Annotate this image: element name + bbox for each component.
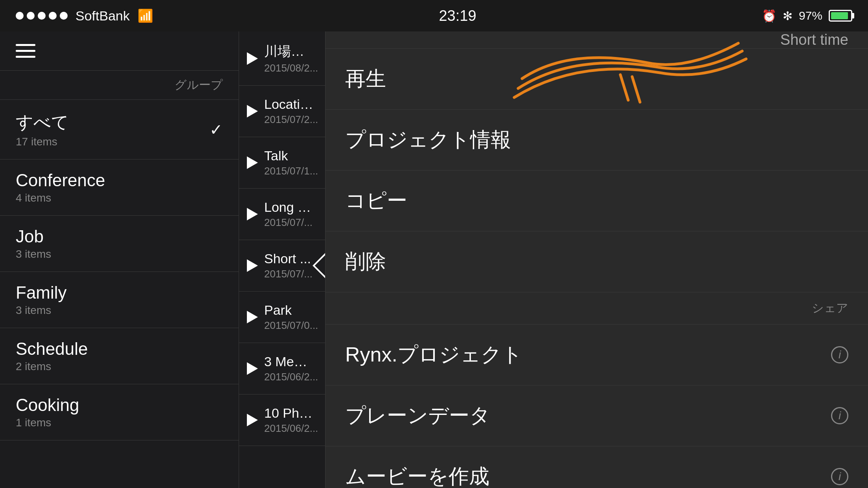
sidebar-list: すべて 17 items ✓ Conference 4 items Job 3 … (0, 100, 239, 488)
middle-item-4-info: Short ... 2015/07/... (264, 251, 313, 280)
middle-item-4-name: Short ... (264, 251, 313, 266)
middle-item-7-name: 10 Pho... (264, 405, 315, 421)
play-icon-1 (247, 105, 258, 117)
middle-item-7-info: 10 Pho... 2015/06/2... (264, 405, 318, 435)
sidebar-item-job[interactable]: Job 3 items (0, 216, 239, 272)
play-icon-4 (247, 259, 258, 272)
middle-item-5-name: Park (264, 303, 315, 318)
middle-item-7[interactable]: 10 Pho... 2015/06/2... (239, 394, 325, 446)
selected-checkmark: ✓ (210, 121, 223, 139)
middle-item-6[interactable]: 3 Mem... 2015/06/2... (239, 343, 325, 394)
play-icon-7 (247, 414, 258, 426)
middle-item-1-date: 2015/07/2... (264, 114, 318, 126)
play-icon-0 (247, 52, 258, 65)
context-menu-delete[interactable]: 削除 (326, 231, 868, 292)
middle-item-2[interactable]: Talk 2015/07/1... (239, 137, 325, 189)
share-plain-data-info-icon[interactable]: i (831, 407, 848, 424)
sidebar-item-cooking[interactable]: Cooking 1 items (0, 384, 239, 440)
share-plain-data-label: プレーンデータ (345, 402, 490, 429)
middle-item-6-name: 3 Mem... (264, 354, 315, 369)
share-rynx-label: Rynx.プロジェクト (345, 341, 522, 369)
share-create-movie-label: ムービーを作成 (345, 463, 489, 488)
play-icon-6 (247, 362, 258, 375)
sidebar-item-job-name: Job (16, 227, 51, 246)
sidebar-item-schedule[interactable]: Schedule 2 items (0, 328, 239, 384)
sidebar-item-conference[interactable]: Conference 4 items (0, 160, 239, 216)
middle-item-5-info: Park 2015/07/0... (264, 303, 318, 332)
middle-item-7-date: 2015/06/2... (264, 422, 318, 435)
middle-item-1-info: Locatio... 2015/07/2... (264, 97, 318, 126)
hamburger-line-3 (16, 56, 35, 58)
diamond-indicator (313, 252, 326, 279)
context-menu-copy[interactable]: コピー (326, 171, 868, 231)
middle-item-2-date: 2015/07/1... (264, 165, 318, 177)
middle-item-0-info: 川場村... 2015/08/2... (264, 42, 318, 74)
middle-item-2-name: Talk (264, 148, 315, 163)
right-header-title: Short time (780, 31, 848, 48)
sidebar-item-conference-name: Conference (16, 171, 105, 190)
middle-item-3-date: 2015/07/... (264, 216, 315, 229)
sidebar-item-family[interactable]: Family 3 items (0, 272, 239, 328)
sidebar-item-schedule-name: Schedule (16, 339, 88, 359)
middle-item-3-name: Long 2... (264, 200, 315, 215)
play-icon-2 (247, 156, 258, 169)
middle-item-4-date: 2015/07/... (264, 268, 313, 280)
sidebar-item-all-count: 17 items (16, 136, 69, 148)
middle-item-1-name: Locatio... (264, 97, 315, 112)
middle-item-3[interactable]: Long 2... 2015/07/... (239, 189, 325, 240)
sidebar-item-conference-info: Conference 4 items (16, 171, 105, 204)
sidebar-item-schedule-count: 2 items (16, 360, 88, 373)
sidebar-item-family-name: Family (16, 283, 67, 303)
left-header (0, 31, 239, 71)
share-section-label: シェア (326, 292, 868, 325)
sidebar-item-family-info: Family 3 items (16, 283, 67, 317)
status-bar: SoftBank 📶 23:19 ⏰ ✻ 97% (0, 0, 868, 31)
context-menu-project-info[interactable]: プロジェクト情報 (326, 110, 868, 171)
middle-item-5[interactable]: Park 2015/07/0... (239, 292, 325, 343)
dot-5 (60, 12, 68, 20)
middle-item-1[interactable]: Locatio... 2015/07/2... (239, 86, 325, 137)
share-create-movie[interactable]: ムービーを作成 i (326, 446, 868, 488)
right-header: Short time (326, 31, 868, 49)
middle-panel: 川場村... 2015/08/2... Locatio... 2015/07/2… (239, 31, 326, 488)
signal-dots (16, 12, 68, 20)
middle-item-0[interactable]: 川場村... 2015/08/2... (239, 31, 325, 86)
group-label: グループ (0, 71, 239, 100)
hamburger-line-2 (16, 50, 35, 52)
play-icon-5 (247, 311, 258, 323)
hamburger-menu[interactable] (16, 44, 35, 58)
middle-item-0-name: 川場村... (264, 42, 315, 61)
middle-item-2-info: Talk 2015/07/1... (264, 148, 318, 177)
sidebar-item-cooking-name: Cooking (16, 395, 79, 415)
sidebar-item-family-count: 3 items (16, 304, 67, 317)
share-rynx[interactable]: Rynx.プロジェクト i (326, 325, 868, 385)
right-panel: Short time 再生 プロジェクト情報 コピー 削除 シェア Rynx.プ… (326, 31, 868, 488)
sidebar-item-cooking-count: 1 items (16, 416, 79, 429)
context-menu-delete-label: 削除 (345, 248, 386, 275)
sidebar-item-all[interactable]: すべて 17 items ✓ (0, 100, 239, 160)
context-menu-project-info-label: プロジェクト情報 (345, 126, 511, 154)
middle-item-4[interactable]: Short ... 2015/07/... (239, 240, 325, 292)
dot-1 (16, 12, 24, 20)
alarm-icon: ⏰ (762, 9, 776, 23)
context-menu-play-label: 再生 (345, 65, 386, 93)
battery-percent: 97% (799, 9, 822, 22)
share-plain-data[interactable]: プレーンデータ i (326, 385, 868, 446)
bluetooth-icon: ✻ (783, 9, 793, 23)
dot-4 (49, 12, 57, 20)
status-time: 23:19 (439, 7, 476, 24)
sidebar-item-cooking-info: Cooking 1 items (16, 395, 79, 429)
context-menu-play[interactable]: 再生 (326, 49, 868, 110)
dot-2 (27, 12, 35, 20)
sidebar-item-all-info: すべて 17 items (16, 111, 69, 148)
sidebar-item-schedule-info: Schedule 2 items (16, 339, 88, 373)
share-create-movie-info-icon[interactable]: i (831, 468, 848, 485)
main-content: グループ すべて 17 items ✓ Conference 4 items (0, 31, 868, 488)
share-rynx-info-icon[interactable]: i (831, 346, 848, 363)
middle-item-3-info: Long 2... 2015/07/... (264, 200, 315, 229)
context-menu-copy-label: コピー (345, 187, 407, 215)
middle-item-6-info: 3 Mem... 2015/06/2... (264, 354, 318, 383)
status-right: ⏰ ✻ 97% (762, 9, 852, 23)
wifi-icon: 📶 (138, 8, 153, 23)
play-icon-3 (247, 208, 258, 220)
